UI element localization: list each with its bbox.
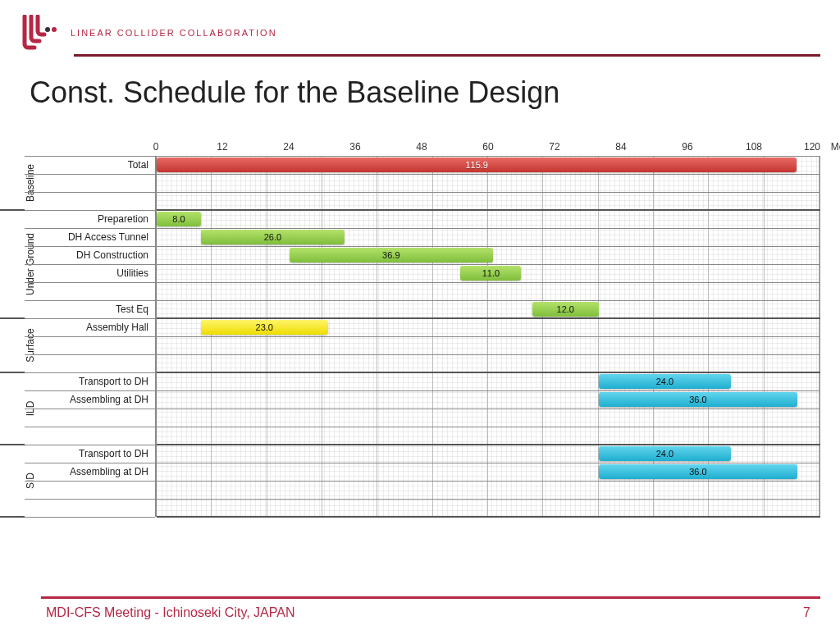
x-tick: 108	[746, 141, 762, 153]
gantt-bar: 12.0	[532, 302, 599, 317]
group-label: Baseline	[25, 164, 36, 202]
row-label: Utilities	[116, 267, 148, 279]
x-tick: 48	[416, 141, 427, 153]
row-label: Transport to DH	[79, 448, 148, 459]
header: LINEAR COLLIDER COLLABORATION	[20, 15, 820, 51]
gantt-bar: 26.0	[201, 230, 345, 244]
row-label: Assembling at DH	[70, 466, 148, 477]
x-tick: 24	[283, 141, 294, 153]
gantt-bar: 8.0	[157, 212, 201, 226]
row-label: Total	[128, 159, 148, 171]
x-tick: 120	[804, 141, 820, 153]
x-axis: Months 01224364860728496108120	[156, 141, 820, 156]
brand-text: LINEAR COLLIDER COLLABORATION	[71, 28, 277, 38]
x-tick: 96	[682, 141, 692, 153]
page-number: 7	[803, 605, 810, 620]
row-label: Preparetion	[98, 213, 148, 225]
row-label: DH Construction	[76, 249, 148, 261]
footer-rule	[41, 596, 820, 599]
row-label: Assembling at DH	[70, 394, 148, 405]
x-axis-label: Months	[831, 141, 840, 153]
row-label: Transport to DH	[79, 376, 148, 387]
gantt-bar: 11.0	[460, 266, 521, 281]
gantt-bar: 36.0	[599, 464, 797, 479]
logo-icon	[20, 15, 59, 51]
gantt-bar: 115.9	[157, 158, 797, 172]
footer-text: MDI-CFS Meeting - Ichinoseki City, JAPAN	[46, 605, 294, 620]
x-tick: 36	[349, 141, 360, 153]
gantt-bar: 36.0	[599, 392, 797, 407]
svg-point-0	[45, 27, 50, 32]
gantt-bar: 24.0	[599, 446, 732, 461]
gantt-bar: 23.0	[201, 320, 328, 335]
x-tick: 72	[549, 141, 559, 153]
gantt-chart: Months 01224364860728496108120 BaselineT…	[25, 141, 820, 576]
row-label: Test Eq	[116, 304, 148, 315]
svg-point-1	[52, 27, 57, 32]
x-tick: 0	[153, 141, 159, 153]
chart-grid: 115.98.026.036.911.012.023.024.036.024.0…	[156, 156, 820, 517]
header-rule	[74, 54, 820, 57]
gantt-bar: 24.0	[599, 374, 732, 389]
group-label: Surface	[25, 328, 36, 362]
x-tick: 60	[482, 141, 493, 153]
x-tick: 12	[217, 141, 227, 153]
row-labels: BaselineTotalUnder GroundPreparetionDH A…	[25, 156, 156, 517]
row-label: Assembly Hall	[86, 322, 148, 333]
gantt-bar: 36.9	[290, 248, 493, 262]
row-label: DH Access Tunnel	[68, 231, 148, 243]
page-title: Const. Schedule for the Baseline Design	[30, 75, 559, 110]
x-tick: 84	[615, 141, 626, 153]
